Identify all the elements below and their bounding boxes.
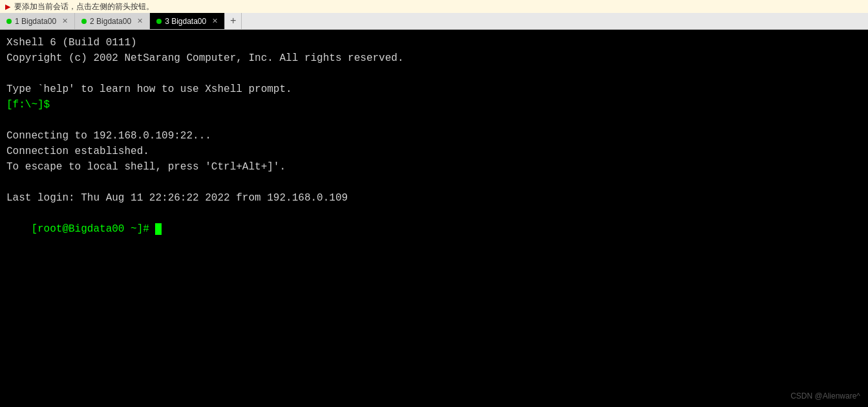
terminal-line-10 (6, 175, 862, 190)
tab-dot-1 (6, 19, 12, 24)
tab-1-bigdata00[interactable]: 1 Bigdata00 ✕ (0, 13, 75, 29)
terminal-line-1: Xshell 6 (Build 0111) (6, 35, 862, 50)
terminal-area: Xshell 6 (Build 0111) Copyright (c) 2002… (0, 30, 868, 407)
terminal-line-3 (6, 66, 862, 82)
terminal-prompt-line[interactable]: [root@Bigdata00 ~]# (6, 206, 862, 252)
terminal-prompt: [root@Bigdata00 ~]# (31, 223, 155, 235)
terminal-line-6 (6, 113, 862, 128)
tab-label-3: 3 Bigdata00 (165, 17, 206, 26)
terminal-line-9: To escape to local shell, press 'Ctrl+Al… (6, 159, 862, 175)
terminal-cursor (155, 223, 162, 235)
tab-dot-2 (81, 19, 87, 24)
notification-text: 要添加当前会话，点击左侧的箭头按钮。 (14, 1, 154, 12)
watermark: CSDN @Alienware^ (790, 390, 860, 402)
tab-label-2: 2 Bigdata00 (90, 17, 131, 26)
tab-add-button[interactable]: + (225, 13, 242, 29)
tab-close-3[interactable]: ✕ (212, 17, 218, 25)
terminal-line-8: Connection established. (6, 144, 862, 159)
terminal-line-7: Connecting to 192.168.0.109:22... (6, 128, 862, 144)
terminal-line-2: Copyright (c) 2002 NetSarang Computer, I… (6, 50, 862, 66)
terminal-line-11: Last login: Thu Aug 11 22:26:22 2022 fro… (6, 190, 862, 206)
terminal-line-4: Type `help' to learn how to use Xshell p… (6, 82, 862, 97)
tab-3-bigdata00[interactable]: 3 Bigdata00 ✕ (150, 13, 225, 29)
tab-close-2[interactable]: ✕ (137, 17, 143, 25)
tab-dot-3 (156, 19, 162, 24)
notification-bar: ▶ 要添加当前会话，点击左侧的箭头按钮。 (0, 0, 868, 13)
tab-close-1[interactable]: ✕ (62, 17, 68, 25)
arrow-icon: ▶ (5, 3, 10, 11)
tab-bar: 1 Bigdata00 ✕ 2 Bigdata00 ✕ 3 Bigdata00 … (0, 13, 868, 30)
tab-2-bigdata00[interactable]: 2 Bigdata00 ✕ (75, 13, 150, 29)
tab-label-1: 1 Bigdata00 (15, 17, 56, 26)
terminal-line-5: [f:\~]$ (6, 97, 862, 113)
